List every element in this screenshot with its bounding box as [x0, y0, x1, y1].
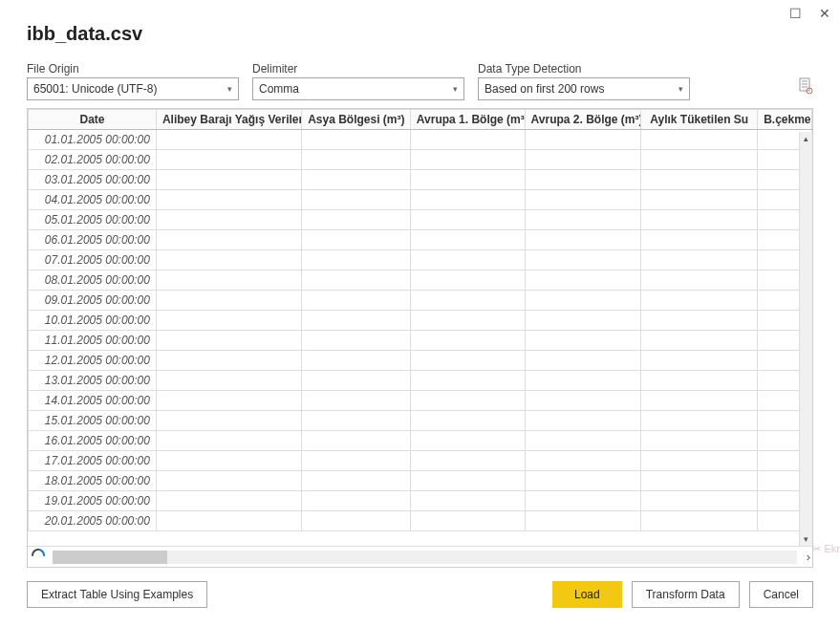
empty-cell [525, 451, 641, 471]
file-origin-combo[interactable]: 65001: Unicode (UTF-8) ▾ [27, 77, 239, 100]
empty-cell [525, 391, 641, 411]
empty-cell [156, 270, 301, 291]
col-header-bcekmece[interactable]: B.çekmec [758, 110, 812, 130]
empty-cell [525, 411, 641, 431]
table-row[interactable]: 07.01.2005 00:00:00 [29, 250, 812, 270]
table-row[interactable]: 14.01.2005 00:00:00 [29, 391, 812, 411]
dialog-footer: Extract Table Using Examples Load Transf… [27, 568, 813, 608]
horizontal-scrollbar[interactable] [53, 551, 797, 564]
date-cell: 03.01.2005 00:00:00 [29, 170, 157, 190]
col-header-alibey[interactable]: Alibey Barajı Yağış Verileri [156, 110, 301, 130]
empty-cell [302, 511, 411, 531]
table-row[interactable]: 16.01.2005 00:00:00 [29, 431, 812, 451]
empty-cell [641, 411, 758, 431]
col-header-aylik[interactable]: Aylık Tüketilen Su [641, 110, 758, 130]
empty-cell [410, 511, 525, 531]
col-header-avrupa2[interactable]: Avrupa 2. Bölge (m³) [525, 110, 641, 130]
empty-cell [410, 351, 525, 371]
date-cell: 04.01.2005 00:00:00 [29, 190, 157, 210]
date-cell: 09.01.2005 00:00:00 [29, 291, 157, 311]
empty-cell [525, 270, 641, 291]
table-row[interactable]: 17.01.2005 00:00:00 [29, 451, 812, 471]
date-cell: 05.01.2005 00:00:00 [29, 210, 157, 230]
table-row[interactable]: 05.01.2005 00:00:00 [29, 210, 812, 230]
empty-cell [302, 190, 411, 210]
scroll-up-icon[interactable]: ▴ [800, 132, 812, 145]
empty-cell [410, 411, 525, 431]
empty-cell [525, 491, 641, 511]
empty-cell [156, 371, 301, 391]
transform-data-button[interactable]: Transform Data [632, 581, 740, 608]
close-icon[interactable]: ✕ [819, 6, 830, 21]
empty-cell [641, 291, 758, 311]
empty-cell [156, 431, 301, 451]
empty-cell [641, 491, 758, 511]
file-origin-field: File Origin 65001: Unicode (UTF-8) ▾ [27, 62, 239, 100]
table-row[interactable]: 08.01.2005 00:00:00 [29, 270, 812, 291]
scrollbar-thumb[interactable] [53, 551, 167, 564]
col-header-avrupa1[interactable]: Avrupa 1. Bölge (m³) [410, 110, 525, 130]
table-row[interactable]: 15.01.2005 00:00:00 [29, 411, 812, 431]
empty-cell [525, 331, 641, 351]
empty-cell [525, 471, 641, 491]
empty-cell [156, 311, 301, 331]
delimiter-combo[interactable]: Comma ▾ [252, 77, 464, 100]
empty-cell [641, 451, 758, 471]
empty-cell [525, 371, 641, 391]
cancel-button[interactable]: Cancel [749, 581, 813, 608]
date-cell: 16.01.2005 00:00:00 [29, 431, 157, 451]
table-row[interactable]: 10.01.2005 00:00:00 [29, 311, 812, 331]
table-row[interactable]: 06.01.2005 00:00:00 [29, 230, 812, 250]
empty-cell [156, 351, 301, 371]
table-row[interactable]: 12.01.2005 00:00:00 [29, 351, 812, 371]
empty-cell [302, 371, 411, 391]
empty-cell [410, 371, 525, 391]
delimiter-label: Delimiter [252, 62, 464, 76]
empty-cell [410, 230, 525, 250]
col-header-asya[interactable]: Asya Bölgesi (m³) [302, 110, 411, 130]
empty-cell [525, 190, 641, 210]
table-row[interactable]: 11.01.2005 00:00:00 [29, 331, 812, 351]
chevron-down-icon: ▾ [453, 84, 458, 94]
table-row[interactable]: 01.01.2005 00:00:00 [29, 130, 812, 150]
empty-cell [410, 331, 525, 351]
table-row[interactable]: 13.01.2005 00:00:00 [29, 371, 812, 391]
maximize-icon[interactable]: ☐ [789, 6, 802, 21]
preview-table-scroll[interactable]: Date Alibey Barajı Yağış Verileri Asya B… [28, 109, 812, 546]
empty-cell [525, 150, 641, 170]
table-row[interactable]: 02.01.2005 00:00:00 [29, 150, 812, 170]
empty-cell [302, 451, 411, 471]
empty-cell [410, 270, 525, 291]
empty-cell [641, 331, 758, 351]
table-row[interactable]: 03.01.2005 00:00:00 [29, 170, 812, 190]
detection-label: Data Type Detection [478, 62, 690, 76]
vertical-scrollbar[interactable]: ▴ ▾ [799, 132, 812, 546]
date-cell: 06.01.2005 00:00:00 [29, 230, 157, 250]
table-row[interactable]: 19.01.2005 00:00:00 [29, 491, 812, 511]
table-row[interactable]: 04.01.2005 00:00:00 [29, 190, 812, 210]
date-cell: 13.01.2005 00:00:00 [29, 371, 157, 391]
empty-cell [302, 431, 411, 451]
file-origin-label: File Origin [27, 62, 239, 76]
empty-cell [641, 351, 758, 371]
table-row[interactable]: 09.01.2005 00:00:00 [29, 291, 812, 311]
empty-cell [302, 411, 411, 431]
table-row[interactable]: 18.01.2005 00:00:00 [29, 471, 812, 491]
scroll-down-icon[interactable]: ▾ [800, 532, 812, 546]
col-header-date[interactable]: Date [29, 110, 157, 130]
date-cell: 08.01.2005 00:00:00 [29, 270, 157, 291]
empty-cell [302, 270, 411, 291]
detection-combo[interactable]: Based on first 200 rows ▾ [478, 77, 690, 100]
extract-table-button[interactable]: Extract Table Using Examples [27, 581, 207, 608]
empty-cell [302, 170, 411, 190]
load-button[interactable]: Load [552, 581, 622, 608]
detection-value: Based on first 200 rows [485, 82, 604, 96]
settings-icon[interactable] [798, 77, 813, 100]
table-row[interactable]: 20.01.2005 00:00:00 [29, 511, 812, 531]
empty-cell [641, 210, 758, 230]
csv-preview-dialog: ibb_data.csv File Origin 65001: Unicode … [0, 0, 840, 627]
scroll-right-icon[interactable]: › [807, 550, 810, 564]
empty-cell [641, 250, 758, 270]
empty-cell [156, 331, 301, 351]
empty-cell [302, 471, 411, 491]
